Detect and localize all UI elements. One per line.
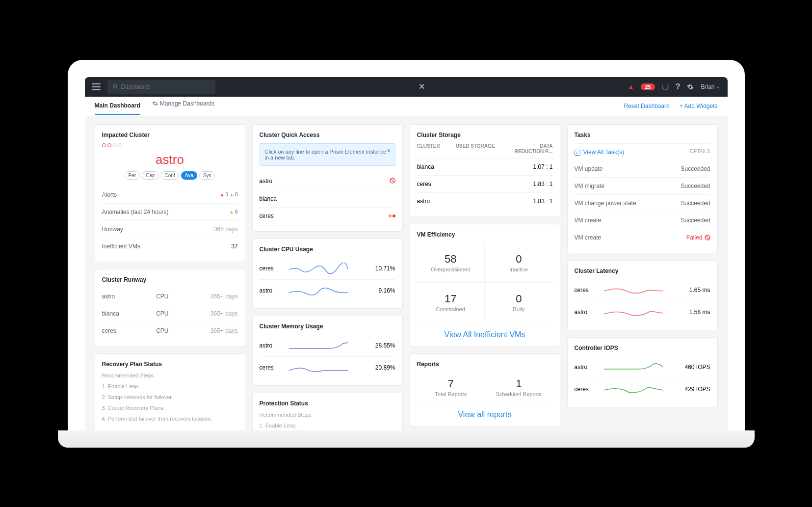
mem-row[interactable]: ceres20.89% bbox=[260, 356, 395, 378]
cluster-pills: PerCapConfAvaSys bbox=[102, 171, 238, 180]
quick-access-card: Cluster Quick Access Click on any line t… bbox=[252, 124, 403, 232]
storage-row[interactable]: ceres1.83 : 1 bbox=[417, 175, 553, 192]
tab-main-dashboard[interactable]: Main Dashboard bbox=[95, 102, 140, 115]
card-title: Recovery Plan Status bbox=[102, 361, 238, 368]
search-input[interactable] bbox=[121, 83, 210, 90]
cluster-runway-card: Cluster Runway astroCPU365+ daysbiancaCP… bbox=[95, 269, 245, 347]
quick-access-row[interactable]: bianca bbox=[260, 190, 395, 207]
view-all-tasks-link[interactable]: ✓View All Task(s) bbox=[575, 149, 625, 156]
quick-access-row[interactable]: ceres bbox=[260, 207, 395, 224]
svg-point-0 bbox=[113, 84, 116, 88]
cpu-usage-card: Cluster CPU Usage ceres10.71%astro9.16% bbox=[252, 239, 403, 309]
reports-card: Reports 7Total Reports 1Scheduled Report… bbox=[410, 353, 560, 427]
close-icon[interactable]: × bbox=[387, 147, 391, 155]
card-title: Protection Status bbox=[260, 400, 395, 407]
view-reports-link[interactable]: View all reports bbox=[458, 410, 511, 419]
runway-row[interactable]: biancaCPU365+ days bbox=[102, 305, 238, 322]
step-item: 1. Enable Leap. bbox=[102, 383, 238, 389]
cluster-latency-card: Cluster Latency ceres1.65 msastro1.58 ms bbox=[567, 260, 718, 330]
task-row[interactable]: VM change power stateSucceeded bbox=[575, 194, 710, 212]
reset-dashboard-link[interactable]: Reset Dashboard bbox=[624, 103, 669, 109]
pill-per[interactable]: Per bbox=[125, 171, 140, 180]
card-title: Controller IOPS bbox=[575, 345, 710, 351]
pill-conf[interactable]: Conf bbox=[161, 171, 179, 180]
svg-line-3 bbox=[391, 179, 393, 182]
quick-access-row[interactable]: astro bbox=[260, 173, 395, 190]
mem-row[interactable]: astro28.55% bbox=[260, 335, 395, 356]
sparkline bbox=[289, 285, 348, 296]
bell-icon[interactable]: ▲ bbox=[628, 83, 634, 90]
step-item: 3. Create Recovery Plans. bbox=[102, 405, 238, 411]
search-icon bbox=[112, 84, 118, 90]
notification-badge[interactable]: 25 bbox=[641, 83, 655, 90]
logo: ✕ bbox=[419, 82, 425, 91]
vm-efficiency-card: VM Efficiency 58Overprovisioned0Inactive… bbox=[410, 224, 560, 347]
step-item: 4. Perform test failover from recovery l… bbox=[102, 416, 238, 422]
steps-subtitle: Recommended Steps bbox=[102, 373, 238, 378]
user-menu[interactable]: Brian⌄ bbox=[701, 83, 720, 90]
svg-line-1 bbox=[116, 87, 117, 89]
menu-icon[interactable] bbox=[92, 83, 101, 90]
svg-line-5 bbox=[706, 236, 708, 239]
scheduled-reports-num: 1 bbox=[485, 377, 553, 390]
efficiency-cell[interactable]: 0Inactive bbox=[485, 243, 553, 283]
total-reports-num: 7 bbox=[417, 377, 485, 390]
card-title: Reports bbox=[417, 361, 553, 368]
runway-row[interactable]: astroCPU365+ days bbox=[102, 288, 238, 305]
view-inefficient-link[interactable]: View All Inefficient VMs bbox=[445, 330, 525, 339]
latency-row[interactable]: astro1.58 ms bbox=[575, 301, 710, 323]
col-header: DATA REDUCTION R... bbox=[514, 143, 552, 154]
gear-icon[interactable] bbox=[687, 83, 694, 90]
error-icon bbox=[390, 178, 395, 184]
impacted-row[interactable]: Alerts▲0 ▲0 bbox=[102, 187, 238, 203]
step-item: 1. Enable Leap. bbox=[260, 423, 395, 428]
card-title: Cluster Memory Usage bbox=[260, 323, 395, 330]
latency-row[interactable]: ceres1.65 ms bbox=[575, 279, 710, 301]
efficiency-cell[interactable]: 58Overprovisioned bbox=[417, 243, 485, 283]
impacted-row[interactable]: Runway365 days bbox=[102, 220, 238, 238]
recovery-plan-card: Recovery Plan Status Recommended Steps 1… bbox=[95, 353, 245, 430]
cpu-row[interactable]: astro9.16% bbox=[260, 279, 395, 301]
sparkline bbox=[604, 361, 663, 373]
iops-row[interactable]: ceres429 IOPS bbox=[575, 378, 710, 400]
sparkline bbox=[604, 383, 663, 395]
storage-row[interactable]: bianca1.07 : 1 bbox=[417, 158, 553, 175]
efficiency-cell[interactable]: 0Bully bbox=[485, 283, 553, 322]
task-row[interactable]: VM updateSucceeded bbox=[575, 160, 710, 177]
cpu-row[interactable]: ceres10.71% bbox=[260, 258, 395, 279]
sparkline bbox=[604, 284, 663, 296]
status-dots bbox=[102, 143, 238, 147]
efficiency-cell[interactable]: 17Constrained bbox=[417, 283, 485, 322]
runway-row[interactable]: ceresCPU365+ days bbox=[102, 322, 238, 339]
card-title: Cluster Storage bbox=[417, 132, 553, 138]
sparkline bbox=[604, 306, 663, 318]
sparkline bbox=[289, 362, 348, 374]
memory-usage-card: Cluster Memory Usage astro28.55%ceres20.… bbox=[252, 316, 403, 386]
pill-sys[interactable]: Sys bbox=[199, 171, 215, 180]
controller-iops-card: Controller IOPS astro460 IOPSceres429 IO… bbox=[567, 337, 718, 407]
add-widgets-link[interactable]: + Add Widgets bbox=[680, 103, 718, 109]
sparkline bbox=[289, 263, 348, 274]
sub-bar: Main Dashboard Manage Dashboards Reset D… bbox=[85, 97, 728, 116]
activity-icon[interactable] bbox=[662, 83, 669, 90]
impacted-row[interactable]: Inefficient VMs37 bbox=[102, 238, 238, 255]
col-header: CLUSTER bbox=[417, 143, 456, 154]
pill-cap[interactable]: Cap bbox=[142, 171, 158, 180]
help-icon[interactable]: ? bbox=[676, 82, 681, 91]
iops-row[interactable]: astro460 IOPS bbox=[575, 356, 710, 378]
card-title: Cluster CPU Usage bbox=[260, 246, 395, 253]
impacted-cluster-card: Impacted Cluster astro PerCapConfAvaSys … bbox=[95, 124, 245, 262]
card-title: VM Efficiency bbox=[417, 231, 553, 238]
search-box[interactable] bbox=[107, 80, 215, 94]
col-header: USED STORAGE bbox=[456, 143, 514, 154]
task-row[interactable]: VM migrateSucceeded bbox=[575, 177, 710, 194]
task-row[interactable]: VM createFailed bbox=[575, 229, 710, 246]
card-title: Cluster Quick Access bbox=[260, 132, 395, 138]
tab-manage-dashboards[interactable]: Manage Dashboards bbox=[152, 100, 214, 112]
pill-ava[interactable]: Ava bbox=[181, 171, 197, 180]
protection-status-card: Protection Status Recommended Steps 1. E… bbox=[252, 393, 403, 430]
info-banner: Click on any line to open a Prism Elemen… bbox=[260, 143, 395, 166]
storage-row[interactable]: astro1.83 : 1 bbox=[417, 192, 553, 210]
impacted-row[interactable]: Anomalies (last 24 hours)▲6 bbox=[102, 203, 238, 220]
task-row[interactable]: VM createSucceeded bbox=[575, 212, 710, 229]
